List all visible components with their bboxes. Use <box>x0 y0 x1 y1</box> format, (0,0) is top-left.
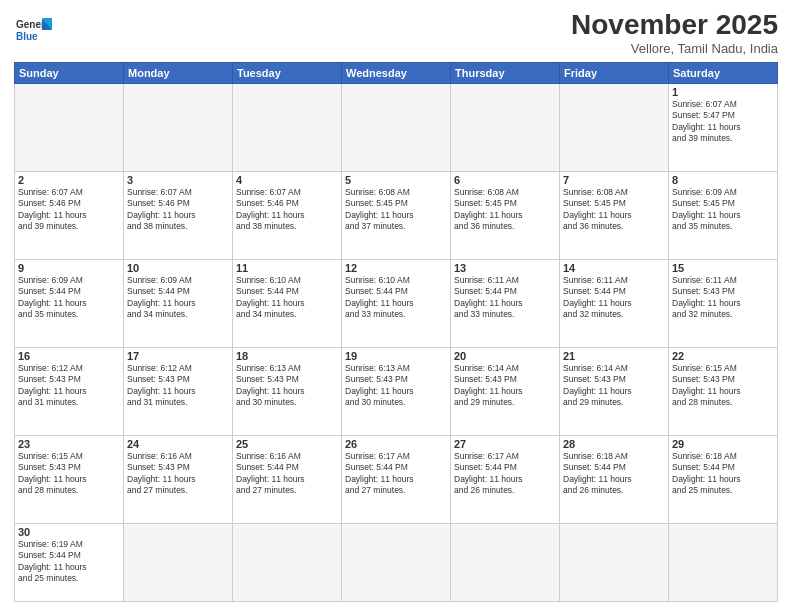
calendar-week-1: 1Sunrise: 6:07 AM Sunset: 5:47 PM Daylig… <box>15 83 778 171</box>
day-number: 27 <box>454 438 556 450</box>
calendar-cell <box>560 523 669 601</box>
calendar-cell <box>233 83 342 171</box>
month-title: November 2025 <box>571 10 778 41</box>
day-header-wednesday: Wednesday <box>342 62 451 83</box>
calendar-cell: 5Sunrise: 6:08 AM Sunset: 5:45 PM Daylig… <box>342 171 451 259</box>
day-number: 9 <box>18 262 120 274</box>
day-info: Sunrise: 6:11 AM Sunset: 5:44 PM Dayligh… <box>454 275 556 321</box>
day-number: 7 <box>563 174 665 186</box>
calendar-week-5: 23Sunrise: 6:15 AM Sunset: 5:43 PM Dayli… <box>15 435 778 523</box>
day-number: 28 <box>563 438 665 450</box>
calendar-table: SundayMondayTuesdayWednesdayThursdayFrid… <box>14 62 778 602</box>
calendar-cell: 30Sunrise: 6:19 AM Sunset: 5:44 PM Dayli… <box>15 523 124 601</box>
day-info: Sunrise: 6:10 AM Sunset: 5:44 PM Dayligh… <box>236 275 338 321</box>
day-info: Sunrise: 6:14 AM Sunset: 5:43 PM Dayligh… <box>454 363 556 409</box>
calendar-week-3: 9Sunrise: 6:09 AM Sunset: 5:44 PM Daylig… <box>15 259 778 347</box>
day-number: 24 <box>127 438 229 450</box>
calendar-cell <box>15 83 124 171</box>
day-number: 16 <box>18 350 120 362</box>
calendar-cell: 4Sunrise: 6:07 AM Sunset: 5:46 PM Daylig… <box>233 171 342 259</box>
day-info: Sunrise: 6:09 AM Sunset: 5:44 PM Dayligh… <box>18 275 120 321</box>
calendar-cell <box>124 83 233 171</box>
calendar-cell: 12Sunrise: 6:10 AM Sunset: 5:44 PM Dayli… <box>342 259 451 347</box>
day-number: 17 <box>127 350 229 362</box>
day-number: 2 <box>18 174 120 186</box>
day-number: 10 <box>127 262 229 274</box>
day-info: Sunrise: 6:09 AM Sunset: 5:44 PM Dayligh… <box>127 275 229 321</box>
calendar-cell: 16Sunrise: 6:12 AM Sunset: 5:43 PM Dayli… <box>15 347 124 435</box>
logo: General Blue <box>14 10 52 48</box>
day-info: Sunrise: 6:18 AM Sunset: 5:44 PM Dayligh… <box>563 451 665 497</box>
calendar-cell: 7Sunrise: 6:08 AM Sunset: 5:45 PM Daylig… <box>560 171 669 259</box>
calendar-cell: 13Sunrise: 6:11 AM Sunset: 5:44 PM Dayli… <box>451 259 560 347</box>
day-number: 14 <box>563 262 665 274</box>
day-number: 21 <box>563 350 665 362</box>
location: Vellore, Tamil Nadu, India <box>571 41 778 56</box>
calendar-cell: 11Sunrise: 6:10 AM Sunset: 5:44 PM Dayli… <box>233 259 342 347</box>
day-info: Sunrise: 6:11 AM Sunset: 5:44 PM Dayligh… <box>563 275 665 321</box>
day-number: 30 <box>18 526 120 538</box>
title-section: November 2025 Vellore, Tamil Nadu, India <box>571 10 778 56</box>
calendar-cell <box>669 523 778 601</box>
calendar-cell <box>342 83 451 171</box>
day-info: Sunrise: 6:07 AM Sunset: 5:46 PM Dayligh… <box>18 187 120 233</box>
day-number: 1 <box>672 86 774 98</box>
logo-icon: General Blue <box>14 10 52 48</box>
calendar-cell <box>342 523 451 601</box>
day-info: Sunrise: 6:07 AM Sunset: 5:47 PM Dayligh… <box>672 99 774 145</box>
calendar-cell: 26Sunrise: 6:17 AM Sunset: 5:44 PM Dayli… <box>342 435 451 523</box>
calendar-cell <box>451 83 560 171</box>
day-header-tuesday: Tuesday <box>233 62 342 83</box>
day-info: Sunrise: 6:07 AM Sunset: 5:46 PM Dayligh… <box>236 187 338 233</box>
day-number: 20 <box>454 350 556 362</box>
calendar-cell: 22Sunrise: 6:15 AM Sunset: 5:43 PM Dayli… <box>669 347 778 435</box>
day-info: Sunrise: 6:19 AM Sunset: 5:44 PM Dayligh… <box>18 539 120 585</box>
day-info: Sunrise: 6:16 AM Sunset: 5:43 PM Dayligh… <box>127 451 229 497</box>
calendar-week-2: 2Sunrise: 6:07 AM Sunset: 5:46 PM Daylig… <box>15 171 778 259</box>
day-info: Sunrise: 6:08 AM Sunset: 5:45 PM Dayligh… <box>345 187 447 233</box>
day-number: 13 <box>454 262 556 274</box>
calendar-cell: 25Sunrise: 6:16 AM Sunset: 5:44 PM Dayli… <box>233 435 342 523</box>
day-header-friday: Friday <box>560 62 669 83</box>
day-number: 4 <box>236 174 338 186</box>
day-info: Sunrise: 6:15 AM Sunset: 5:43 PM Dayligh… <box>18 451 120 497</box>
calendar-cell <box>451 523 560 601</box>
calendar-cell: 17Sunrise: 6:12 AM Sunset: 5:43 PM Dayli… <box>124 347 233 435</box>
day-number: 25 <box>236 438 338 450</box>
page: General Blue November 2025 Vellore, Tami… <box>0 0 792 612</box>
day-info: Sunrise: 6:07 AM Sunset: 5:46 PM Dayligh… <box>127 187 229 233</box>
calendar-cell: 21Sunrise: 6:14 AM Sunset: 5:43 PM Dayli… <box>560 347 669 435</box>
calendar-cell: 8Sunrise: 6:09 AM Sunset: 5:45 PM Daylig… <box>669 171 778 259</box>
day-number: 19 <box>345 350 447 362</box>
calendar-cell: 19Sunrise: 6:13 AM Sunset: 5:43 PM Dayli… <box>342 347 451 435</box>
calendar-cell: 29Sunrise: 6:18 AM Sunset: 5:44 PM Dayli… <box>669 435 778 523</box>
day-info: Sunrise: 6:13 AM Sunset: 5:43 PM Dayligh… <box>345 363 447 409</box>
day-info: Sunrise: 6:18 AM Sunset: 5:44 PM Dayligh… <box>672 451 774 497</box>
calendar-week-4: 16Sunrise: 6:12 AM Sunset: 5:43 PM Dayli… <box>15 347 778 435</box>
calendar-cell: 3Sunrise: 6:07 AM Sunset: 5:46 PM Daylig… <box>124 171 233 259</box>
day-info: Sunrise: 6:17 AM Sunset: 5:44 PM Dayligh… <box>454 451 556 497</box>
calendar-cell: 9Sunrise: 6:09 AM Sunset: 5:44 PM Daylig… <box>15 259 124 347</box>
day-info: Sunrise: 6:12 AM Sunset: 5:43 PM Dayligh… <box>18 363 120 409</box>
day-header-sunday: Sunday <box>15 62 124 83</box>
calendar-cell <box>124 523 233 601</box>
day-info: Sunrise: 6:16 AM Sunset: 5:44 PM Dayligh… <box>236 451 338 497</box>
calendar-cell <box>560 83 669 171</box>
calendar-cell: 23Sunrise: 6:15 AM Sunset: 5:43 PM Dayli… <box>15 435 124 523</box>
calendar-cell: 15Sunrise: 6:11 AM Sunset: 5:43 PM Dayli… <box>669 259 778 347</box>
day-number: 18 <box>236 350 338 362</box>
header: General Blue November 2025 Vellore, Tami… <box>14 10 778 56</box>
day-number: 29 <box>672 438 774 450</box>
day-info: Sunrise: 6:10 AM Sunset: 5:44 PM Dayligh… <box>345 275 447 321</box>
day-header-saturday: Saturday <box>669 62 778 83</box>
calendar-cell: 1Sunrise: 6:07 AM Sunset: 5:47 PM Daylig… <box>669 83 778 171</box>
day-info: Sunrise: 6:08 AM Sunset: 5:45 PM Dayligh… <box>563 187 665 233</box>
calendar-week-6: 30Sunrise: 6:19 AM Sunset: 5:44 PM Dayli… <box>15 523 778 601</box>
calendar-cell: 27Sunrise: 6:17 AM Sunset: 5:44 PM Dayli… <box>451 435 560 523</box>
day-number: 15 <box>672 262 774 274</box>
day-number: 26 <box>345 438 447 450</box>
calendar-cell: 28Sunrise: 6:18 AM Sunset: 5:44 PM Dayli… <box>560 435 669 523</box>
day-info: Sunrise: 6:13 AM Sunset: 5:43 PM Dayligh… <box>236 363 338 409</box>
day-info: Sunrise: 6:08 AM Sunset: 5:45 PM Dayligh… <box>454 187 556 233</box>
day-info: Sunrise: 6:11 AM Sunset: 5:43 PM Dayligh… <box>672 275 774 321</box>
